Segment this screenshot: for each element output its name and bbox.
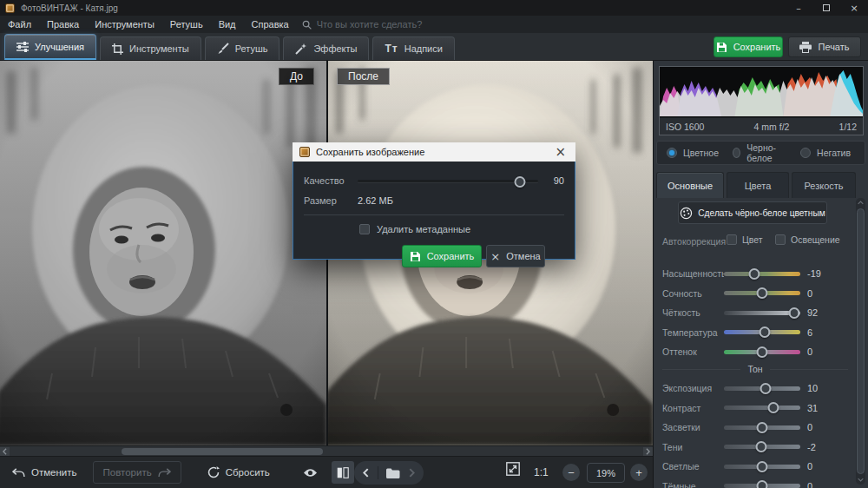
slider-track[interactable] — [724, 445, 800, 449]
menu-tools[interactable]: Инструменты — [87, 16, 162, 33]
show-original-button[interactable] — [298, 461, 323, 484]
tab-effects[interactable]: Эффекты — [283, 36, 369, 60]
mode-black-white[interactable]: Черно-белое — [733, 142, 786, 163]
slider-value: 92 — [807, 307, 818, 318]
slider-label: Чёткость — [662, 307, 724, 318]
menu-edit[interactable]: Правка — [39, 16, 87, 33]
scroll-up-arrow[interactable] — [856, 198, 865, 208]
close-button[interactable]: × — [840, 0, 868, 16]
scroll-right-arrow[interactable] — [643, 447, 653, 456]
vertical-scroll-thumb[interactable] — [857, 208, 865, 474]
slider-label: Тёмные — [662, 481, 724, 488]
tab-label: Ретушь — [235, 43, 268, 54]
slider-handle[interactable] — [768, 402, 779, 413]
colorize-button[interactable]: Сделать чёрно-белое цветным — [678, 201, 827, 224]
slider-track[interactable] — [724, 311, 800, 315]
compare-view-button[interactable] — [332, 461, 354, 484]
menu-view[interactable]: Вид — [211, 16, 244, 33]
slider-track[interactable] — [724, 330, 800, 334]
dialog-save-label: Сохранить — [427, 251, 475, 261]
slider-handle[interactable] — [756, 441, 767, 452]
remove-metadata-checkbox[interactable]: Удалить метаданные — [304, 221, 564, 237]
minimize-button[interactable]: – — [785, 0, 812, 16]
scroll-left-arrow[interactable] — [0, 447, 10, 456]
menu-retouch[interactable]: Ретушь — [162, 16, 211, 33]
zoom-in-button[interactable]: + — [630, 464, 648, 481]
slider-handle[interactable] — [760, 383, 772, 394]
slider-track[interactable] — [724, 484, 800, 488]
vertical-scrollbar[interactable] — [856, 198, 865, 485]
slider-handle[interactable] — [757, 287, 768, 299]
dialog-body: Качество 90 Размер 2.62 МБ Удалить метад… — [293, 162, 575, 260]
slider-track[interactable] — [724, 406, 800, 410]
slider-track[interactable] — [724, 272, 800, 276]
dialog-save-button[interactable]: Сохранить — [402, 245, 482, 267]
radio-icon — [733, 148, 740, 158]
slider-track[interactable] — [724, 465, 800, 469]
tab-label: Надписи — [404, 43, 443, 54]
slider-track[interactable] — [724, 350, 800, 354]
checkbox-label: Удалить метаданные — [377, 224, 470, 234]
slider-handle[interactable] — [757, 422, 768, 433]
slider-handle[interactable] — [759, 326, 770, 338]
tab-label: Эффекты — [313, 43, 357, 54]
print-button[interactable]: Печать — [788, 36, 861, 57]
slider-handle[interactable] — [788, 307, 799, 319]
menu-help[interactable]: Справка — [244, 16, 297, 33]
quality-slider[interactable] — [358, 180, 538, 182]
previous-photo-button[interactable] — [363, 468, 369, 478]
next-photo-button[interactable] — [409, 468, 415, 478]
zoom-out-button[interactable]: − — [562, 464, 580, 481]
autocorrect-color-checkbox[interactable]: Цвет — [727, 234, 763, 245]
slider-highlights: Засветки 0 — [654, 418, 857, 438]
mode-negative[interactable]: Негатив — [800, 148, 851, 158]
histogram-box: ISO 1600 4 mm f/2 1/12 — [659, 66, 864, 135]
split-view-icon — [337, 467, 349, 478]
mode-color[interactable]: Цветное — [667, 148, 719, 158]
slider-label: Температура — [662, 327, 724, 338]
slider-track[interactable] — [724, 291, 800, 295]
quality-slider-handle[interactable] — [515, 176, 526, 188]
slider-handle[interactable] — [757, 461, 768, 472]
slider-label: Светлые — [662, 461, 724, 472]
checkbox-label: Цвет — [742, 234, 763, 245]
tab-label: Улучшения — [35, 42, 84, 52]
slider-handle[interactable] — [749, 268, 760, 280]
horizontal-scrollbar[interactable] — [0, 445, 653, 456]
slider-value: -19 — [807, 268, 821, 279]
menu-file[interactable]: Файл — [0, 16, 39, 33]
horizontal-scroll-thumb[interactable] — [122, 448, 323, 455]
redo-button[interactable]: Повторить — [93, 461, 181, 484]
quality-label: Качество — [304, 175, 358, 186]
zoom-1to1-button[interactable]: 1:1 — [534, 466, 549, 478]
dialog-close-icon[interactable]: × — [552, 146, 569, 159]
maximize-button[interactable] — [812, 0, 840, 16]
slider-value: 6 — [807, 327, 812, 338]
slider-handle[interactable] — [757, 480, 768, 488]
size-value: 2.62 МБ — [358, 195, 393, 206]
panel-tab-sharpness[interactable]: Резкость — [792, 172, 856, 198]
dialog-title: Сохранить изображение — [316, 147, 552, 157]
tab-captions[interactable]: Tт Надписи — [372, 36, 454, 60]
slider-track[interactable] — [724, 386, 800, 391]
search-input[interactable] — [317, 19, 464, 30]
save-button[interactable]: Сохранить — [713, 36, 783, 57]
panel-tab-main[interactable]: Основные — [656, 172, 724, 198]
folder-icon[interactable] — [386, 468, 400, 478]
ribbon: Улучшения Инструменты Ретушь Эффекты Tт … — [0, 33, 868, 61]
reset-button[interactable]: Сбросить — [202, 461, 275, 484]
slider-handle[interactable] — [757, 346, 768, 358]
before-image[interactable]: До — [0, 61, 326, 445]
dialog-cancel-button[interactable]: × Отмена — [486, 245, 545, 267]
tab-tools[interactable]: Инструменты — [100, 36, 201, 60]
autocorrect-light-checkbox[interactable]: Освещение — [775, 234, 840, 245]
slider-track[interactable] — [724, 425, 800, 430]
panel-tab-colors[interactable]: Цвета — [727, 172, 789, 198]
checkbox-icon — [775, 234, 786, 245]
fit-to-screen-button[interactable] — [506, 462, 520, 476]
scroll-down-arrow[interactable] — [856, 475, 865, 485]
undo-button[interactable]: Отменить — [7, 461, 82, 484]
tab-retouch[interactable]: Ретушь — [205, 36, 280, 60]
zoom-level[interactable]: 19% — [587, 463, 625, 483]
tab-enhancements[interactable]: Улучшения — [4, 34, 96, 60]
